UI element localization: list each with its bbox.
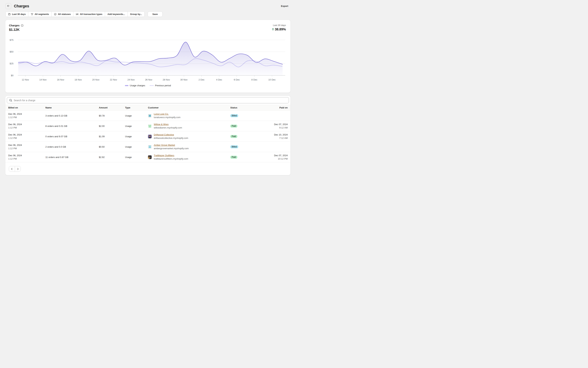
table-row[interactable]: Dec 06, 20241:12 PM0 orders and 9.07 GB$…	[5, 131, 290, 142]
status-badge: Billed	[230, 114, 238, 117]
back-button[interactable]	[5, 3, 11, 9]
filter-label: Group by...	[130, 13, 142, 16]
customer-cell: Willow & Wrenwillow&wren.myshopify.com	[148, 121, 182, 131]
customer-link[interactable]: Trailblazer Outfitters	[154, 154, 188, 157]
x-axis-label: 28 Nov	[163, 78, 170, 81]
primary-text: Dec 06, 2024	[8, 123, 22, 126]
type-cell: Usage	[125, 121, 132, 131]
next-page-button[interactable]	[15, 166, 20, 172]
x-axis-label: 30 Nov	[180, 78, 188, 81]
customer-domain: willow&wren.myshopify.com	[154, 126, 182, 129]
usage-charges-swatch	[125, 84, 128, 87]
billed-on-cell: Dec 06, 20241:12 PM	[8, 110, 22, 121]
name-cell: 11 orders and 0.67 GB	[45, 152, 68, 162]
status-cell: Paid	[230, 121, 237, 131]
paid-on-cell: Dec 07, 202410:12 PM	[274, 152, 288, 162]
x-axis-label: 4 Dec	[216, 78, 222, 81]
previous-page-button[interactable]	[9, 166, 15, 172]
table-row[interactable]: Dec 06, 20241:12 PM3 orders and 0.13 GB$…	[5, 110, 290, 121]
primary-text: Usage	[125, 156, 132, 159]
primary-text: 8 orders and 0.01 GB	[45, 124, 67, 128]
paid-on-cell: Dec 07, 20249:12 AM	[274, 121, 288, 131]
customer-cell: Trailblazer Outfitterstrailblazeroutfitt…	[148, 152, 188, 162]
primary-text: $0.78	[99, 114, 105, 117]
save-button[interactable]: Save	[148, 11, 162, 17]
amount-cell: $0.50	[99, 142, 105, 152]
type-cell: Usage	[125, 131, 132, 141]
name-cell: 8 orders and 0.01 GB	[45, 121, 67, 131]
chart-total-value: $1.12K	[9, 28, 23, 32]
y-axis-label: $25	[10, 62, 14, 65]
secondary-text: 1:12 PM	[8, 126, 22, 129]
billed-on-cell: Dec 06, 20241:12 PM	[8, 152, 22, 162]
primary-text: 3 orders and 0.13 GB	[45, 114, 67, 117]
customer-link[interactable]: Amber Grove Market	[154, 143, 189, 147]
customer-domain: ambergrovemarket.myshopify.com	[154, 147, 189, 150]
column-header-type: Type	[125, 105, 130, 110]
table-row[interactable]: Dec 06, 20241:12 PM11 orders and 0.67 GB…	[5, 152, 290, 162]
primary-text: $2.92	[99, 156, 105, 159]
table-header-row: Billed onNameAmountTypeCustomerStatusPai…	[5, 105, 290, 110]
x-axis-label: 20 Nov	[92, 78, 100, 81]
customer-domain: lunaluxeco.myshopify.com	[154, 116, 181, 119]
legend-label: Previous period	[155, 84, 171, 87]
filter-add-keywords[interactable]: Add keywords...	[105, 12, 127, 17]
filter-all-transaction-types[interactable]: All transaction types	[73, 12, 105, 17]
x-axis-label: 6 Dec	[234, 78, 240, 81]
primary-text: Dec 07, 2024	[274, 123, 288, 126]
y-axis-label: $75	[10, 39, 14, 41]
filter-all-segments[interactable]: All segments	[28, 12, 51, 17]
chart-legend: Usage chargesPrevious period	[5, 84, 290, 87]
column-header-name: Name	[45, 105, 52, 110]
customer-cell: Luna Luxe Co.lunaluxeco.myshopify.com	[148, 110, 181, 121]
type-cell: Usage	[125, 152, 132, 162]
secondary-text: 1:12 PM	[8, 136, 22, 140]
charges-table-card: Billed onNameAmountTypeCustomerStatusPai…	[5, 96, 290, 175]
filter-all-statuses[interactable]: All statuses	[51, 12, 73, 17]
x-axis-label: 24 Nov	[127, 78, 135, 81]
customer-link[interactable]: Willow & Wren	[154, 123, 182, 126]
status-badge-wrap: Paid	[230, 125, 237, 128]
search-input[interactable]	[7, 97, 289, 103]
x-axis-label: 18 Nov	[75, 78, 82, 81]
status-badge-wrap: Paid	[230, 135, 237, 138]
driftwood-avatar	[148, 135, 152, 138]
calendar-icon	[8, 13, 10, 16]
filter-group-by[interactable]: Group by...	[127, 12, 145, 17]
customer-text: Luna Luxe Co.lunaluxeco.myshopify.com	[154, 112, 181, 119]
primary-text: 11 orders and 0.67 GB	[45, 156, 68, 159]
info-icon[interactable]	[21, 24, 23, 27]
y-axis-label: $0	[11, 74, 13, 77]
status-badge-wrap: Paid	[230, 156, 237, 159]
chart-header: Charges $1.12K Last 30 days 38.89%	[9, 24, 286, 32]
funnel-icon	[31, 13, 33, 16]
filter-label: Add keywords...	[107, 13, 125, 16]
export-button[interactable]: Export	[281, 5, 288, 7]
amount-cell: $1.09	[99, 131, 105, 141]
trailblazer-avatar	[148, 155, 152, 159]
table-row[interactable]: Dec 06, 20241:12 PM8 orders and 0.01 GB$…	[5, 121, 290, 131]
status-cell: Billed	[230, 110, 238, 121]
filter-last-30-days[interactable]: Last 30 days	[6, 12, 28, 17]
transfer-icon	[76, 13, 78, 16]
column-header-amount: Amount	[99, 105, 107, 110]
secondary-text: 7:12 AM	[279, 136, 288, 140]
amount-cell: $2.00	[99, 121, 105, 131]
charges-page: Charges Export Last 30 daysAll segmentsA…	[0, 0, 294, 184]
filter-label: All transaction types	[80, 13, 102, 16]
x-axis-label: 8 Dec	[251, 78, 257, 81]
chevron-right-icon	[17, 168, 19, 170]
status-cell: Paid	[230, 131, 237, 141]
customer-link[interactable]: Luna Luxe Co.	[154, 112, 181, 116]
primary-text: Dec 06, 2024	[8, 143, 22, 147]
primary-text: Usage	[125, 135, 132, 138]
filter-label: Last 30 days	[12, 13, 26, 16]
status-cell: Billed	[230, 142, 238, 152]
amount-cell: $0.78	[99, 110, 105, 121]
customer-link[interactable]: Driftwood Collective	[154, 133, 188, 136]
top-bar: Charges Export	[0, 0, 294, 9]
customer-domain: driftwoodcollective.myshopify.com	[154, 136, 188, 140]
chart-card: $0$25$50$7512 Nov14 Nov16 Nov18 Nov20 No…	[5, 20, 290, 93]
name-cell: 3 orders and 0.13 GB	[45, 110, 67, 121]
table-row[interactable]: Dec 06, 20241:12 PM2 orders and 0.0 GB$0…	[5, 142, 290, 152]
